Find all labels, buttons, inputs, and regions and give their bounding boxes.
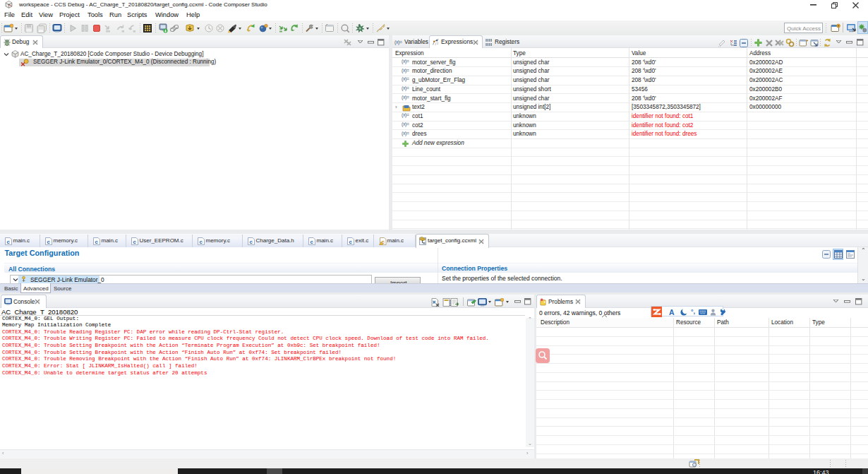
svg-text:c: c — [311, 239, 314, 245]
svg-text:c: c — [95, 239, 99, 245]
svg-text:c: c — [250, 239, 253, 245]
svg-text:c: c — [349, 239, 353, 245]
svg-text:c: c — [200, 239, 203, 245]
svg-text:c: c — [7, 239, 11, 245]
svg-text:c: c — [133, 239, 137, 245]
svg-text:c: c — [47, 239, 51, 245]
